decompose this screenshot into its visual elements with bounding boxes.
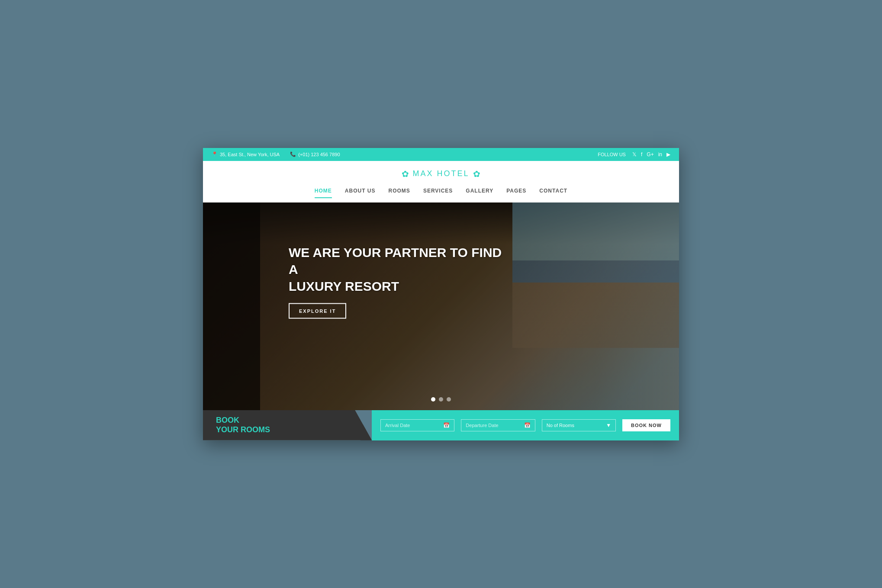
top-bar: 📍 35, East St., New York, USA 📞 (+01) 12… [203, 148, 679, 161]
hero-title: WE ARE YOUR PARTNER TO FIND A LUXURY RES… [289, 244, 505, 294]
nav-contact[interactable]: CONTACT [539, 188, 567, 198]
rooms-select[interactable]: No of Rooms 1 2 3 4 [547, 423, 602, 428]
dot-1[interactable] [431, 397, 435, 402]
twitter-icon[interactable]: 𝕏 [632, 151, 637, 157]
calendar-icon-departure: 📅 [524, 422, 531, 428]
social-area: FOLLOW US 𝕏 f G+ in ▶ [598, 151, 670, 157]
nav-gallery[interactable]: GALLERY [466, 188, 493, 198]
nav-about[interactable]: ABOUT US [345, 188, 376, 198]
nav-home[interactable]: HOME [315, 188, 332, 198]
phone-item: 📞 (+01) 123 456 7890 [290, 151, 340, 157]
address-text: 35, East St., New York, USA [220, 152, 280, 157]
address-item: 📍 35, East St., New York, USA [212, 151, 280, 157]
departure-date-input[interactable] [466, 423, 520, 428]
booking-bar: BOOK YOUR ROOMS 📅 📅 No of Rooms 1 2 3 4 [203, 410, 679, 440]
phone-icon: 📞 [290, 151, 296, 157]
main-nav: HOME ABOUT US ROOMS SERVICES GALLERY PAG… [315, 183, 567, 202]
nav-services[interactable]: SERVICES [423, 188, 453, 198]
booking-label-line2: YOUR ROOMS [216, 425, 270, 435]
nav-pages[interactable]: PAGES [506, 188, 526, 198]
arrival-date-input[interactable] [385, 423, 440, 428]
location-icon: 📍 [212, 151, 218, 157]
linkedin-icon[interactable]: in [658, 151, 662, 157]
explore-button[interactable]: EXPLORE IT [289, 303, 346, 318]
departure-date-group: 📅 [461, 419, 535, 431]
calendar-icon-arrival: 📅 [443, 422, 450, 428]
logo-right-icon: ✿ [473, 169, 480, 179]
nav-rooms[interactable]: ROOMS [389, 188, 410, 198]
youtube-icon[interactable]: ▶ [666, 151, 670, 157]
facebook-icon[interactable]: f [641, 151, 642, 157]
booking-label: BOOK YOUR ROOMS [216, 416, 270, 434]
rooms-dropdown-icon: ▼ [606, 422, 611, 428]
logo-area: ✿ MAX HOTEL ✿ [402, 169, 480, 179]
hero-content: WE ARE YOUR PARTNER TO FIND A LUXURY RES… [289, 244, 505, 318]
googleplus-icon[interactable]: G+ [647, 151, 653, 157]
logo-left-icon: ✿ [402, 169, 409, 179]
logo-text: MAX HOTEL [412, 169, 469, 178]
hero-title-line1: WE ARE YOUR PARTNER TO FIND A [289, 245, 502, 276]
hero-title-line2: LUXURY RESORT [289, 279, 399, 293]
booking-label-area: BOOK YOUR ROOMS [203, 410, 372, 440]
follow-us-label: FOLLOW US [598, 152, 626, 157]
book-now-button[interactable]: BOOK NOW [622, 419, 670, 431]
dot-2[interactable] [439, 397, 443, 402]
site-header: ✿ MAX HOTEL ✿ HOME ABOUT US ROOMS SERVIC… [203, 161, 679, 202]
arrival-date-group: 📅 [380, 419, 454, 431]
slide-dots [431, 397, 451, 402]
top-bar-left: 📍 35, East St., New York, USA 📞 (+01) 12… [212, 151, 340, 157]
hero-section: WE ARE YOUR PARTNER TO FIND A LUXURY RES… [203, 202, 679, 410]
booking-label-line1: BOOK [216, 416, 270, 425]
dot-3[interactable] [447, 397, 451, 402]
booking-fields: 📅 📅 No of Rooms 1 2 3 4 ▼ BOOK NOW [372, 410, 679, 440]
phone-text: (+01) 123 456 7890 [298, 152, 340, 157]
browser-window: 📍 35, East St., New York, USA 📞 (+01) 12… [203, 148, 679, 440]
rooms-select-group: No of Rooms 1 2 3 4 ▼ [542, 419, 616, 431]
